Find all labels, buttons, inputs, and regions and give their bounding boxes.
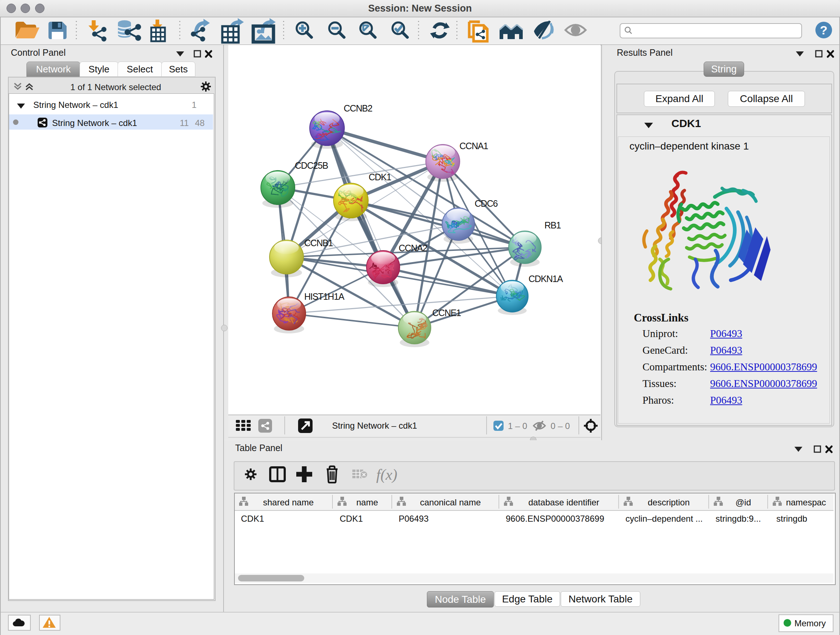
svg-text:CCNA2: CCNA2 <box>399 243 427 253</box>
svg-text:RB1: RB1 <box>545 220 561 230</box>
svg-text:String Network – cdk1: String Network – cdk1 <box>332 421 417 431</box>
svg-text:CDK1: CDK1 <box>241 514 264 524</box>
svg-text:stringdb: stringdb <box>776 514 807 524</box>
svg-text:f(x): f(x) <box>376 466 397 483</box>
svg-text:CDK1: CDK1 <box>340 514 363 524</box>
svg-text:HIST1H1A: HIST1H1A <box>304 291 344 302</box>
svg-text:description: description <box>647 497 690 507</box>
svg-text:canonical name: canonical name <box>420 497 481 507</box>
svg-text:CCNE1: CCNE1 <box>432 308 461 318</box>
svg-text:CDK1: CDK1 <box>369 172 391 182</box>
svg-text:name: name <box>356 497 378 507</box>
svg-text:@id: @id <box>736 497 751 507</box>
svg-text:CCNB2: CCNB2 <box>344 103 372 113</box>
svg-text:database identifier: database identifier <box>528 497 599 507</box>
svg-text:namespac: namespac <box>786 497 826 507</box>
svg-text:P06493: P06493 <box>399 514 429 524</box>
svg-text:CCNA1: CCNA1 <box>459 141 488 151</box>
svg-text:CDC6: CDC6 <box>475 198 498 209</box>
svg-text:9606.ENSP00000378699: 9606.ENSP00000378699 <box>506 514 604 524</box>
svg-text:CCNB1: CCNB1 <box>304 238 333 248</box>
svg-text:1 – 0: 1 – 0 <box>508 421 527 431</box>
svg-text:cyclin–dependent ...: cyclin–dependent ... <box>625 514 703 524</box>
svg-text:CDKN1A: CDKN1A <box>529 274 563 284</box>
svg-text:0 – 0: 0 – 0 <box>551 421 570 431</box>
svg-text:CDC25B: CDC25B <box>295 160 328 171</box>
svg-text:stringdb:9...: stringdb:9... <box>715 514 761 524</box>
svg-text:shared name: shared name <box>263 497 314 507</box>
